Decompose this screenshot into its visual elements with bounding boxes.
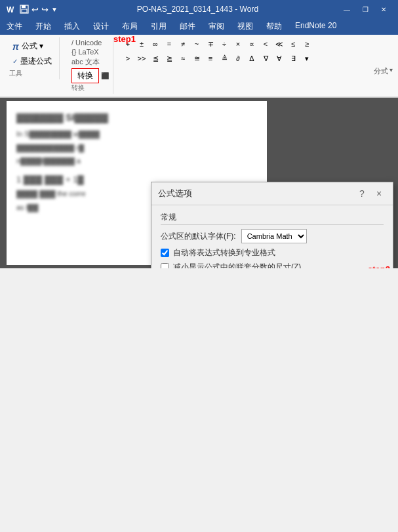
sym-notequal[interactable]: ≠ [176,37,189,51]
sym-partial[interactable]: ∂ [231,52,245,65]
sym-equiv[interactable]: ≡ [204,52,217,65]
auto-convert-checkbox-row: 自动将表达式转换到专业格式 [161,247,384,258]
sym-delta[interactable]: Δ [245,52,258,65]
formula-button[interactable]: π 公式 ▾ [9,39,47,54]
sym-tilde[interactable]: ~ [190,37,203,51]
default-font-select[interactable]: Cambria Math [241,229,307,243]
latex-option[interactable]: {} LaTeX [71,48,99,56]
sym-plusminus[interactable]: ± [135,37,148,51]
sym-times[interactable]: × [231,37,245,51]
ribbon: 文件 开始 插入 设计 布局 引用 邮件 审阅 视图 帮助 EndNote 20… [0,18,398,98]
dialog-close-button[interactable]: × [372,186,386,201]
tab-insert[interactable]: 插入 [58,18,87,35]
sym-approx[interactable]: ≈ [176,52,189,65]
sym-lte[interactable]: ≤ [287,37,300,51]
minimize-button[interactable]: — [338,0,356,18]
dialog-title-text: 公式选项 [158,188,192,199]
pi-icon: π [12,41,19,52]
quick-access-more[interactable]: ▼ [51,6,58,13]
step2-annotation: step2 [368,264,390,268]
check-icon: ✓ [12,58,18,65]
reduce-nested-checkbox-row: 减小显示公式中的联套分数的尺寸(Z) [161,262,384,268]
expand-icon[interactable]: ⬛ [101,72,109,79]
auto-convert-checkbox[interactable] [161,249,169,257]
tab-review[interactable]: 审阅 [202,18,231,35]
sym-cong[interactable]: ≅ [190,52,203,65]
save-icon[interactable] [20,5,29,14]
tab-layout[interactable]: 布局 [115,18,144,35]
window-title: PO-NAS_2021_0314_1443 - Word [58,5,338,14]
document-area: ▓▓▓▓▓▓▓ SI▓▓▓▓▓ In S▓▓▓▓▓▓▓▓ w▓▓▓▓ ▓▓▓▓▓… [0,98,398,268]
dialog-title-buttons: ? × [355,186,386,201]
tab-home[interactable]: 开始 [29,18,58,35]
reduce-nested-label: 减小显示公式中的联套分数的尺寸(Z) [173,262,301,268]
formula-label: 公式 ▾ [22,41,43,52]
sym-leq[interactable]: ≦ [149,52,162,65]
undo-icon[interactable]: ↩ [31,5,39,14]
ribbon-group-formula: π 公式 ▾ ✓ 墨迹公式 工具 [5,37,60,79]
sym-lt[interactable]: < [259,37,272,51]
unicode-option[interactable]: / Unicode [71,39,102,47]
tool-group-label: 工具 [9,69,22,78]
sym-minusplus[interactable]: ∓ [204,37,217,51]
restore-button[interactable]: ❐ [356,0,374,18]
dialog-overlay: 公式选项 ? × 常规 公式区的默认字体(F): Cambria Math [0,98,398,268]
auto-convert-label: 自动将表达式转换到专业格式 [173,247,275,258]
convert-btn-row: 转换 ⬛ [71,68,109,83]
dialog-body: 常规 公式区的默认字体(F): Cambria Math 自动将表达式转换到专业… [151,205,393,268]
general-section-header: 常规 [161,212,384,225]
ink-formula-button[interactable]: ✓ 墨迹公式 [9,54,55,69]
sym-def[interactable]: ≜ [218,52,231,65]
sym-gt[interactable]: > [121,52,134,65]
ribbon-group-convert: / Unicode {} LaTeX abc 文本 转换 ⬛ 转换 step1 [68,37,113,94]
sym-much-gt2[interactable]: >> [135,52,148,65]
ink-formula-label: 墨迹公式 [20,56,52,67]
default-font-row: 公式区的默认字体(F): Cambria Math [161,229,384,243]
sym-infinity[interactable]: ∞ [149,37,162,51]
convert-button[interactable]: 转换 [71,68,99,83]
word-icon: W [5,4,16,14]
tab-mailings[interactable]: 邮件 [173,18,202,35]
fractions-label: 分式 [374,66,388,76]
default-font-label: 公式区的默认字体(F): [161,231,236,242]
sym-more[interactable]: ▾ [300,52,313,65]
convert-group-label: 转换 [71,83,85,92]
step1-annotation: step1 [113,34,136,44]
sym-geq[interactable]: ≧ [163,52,176,65]
ribbon-content: π 公式 ▾ ✓ 墨迹公式 工具 / Unicode {} LaTeX abc … [0,35,398,97]
sym-exists[interactable]: ∃ [287,52,300,65]
dialog-help-button[interactable]: ? [355,186,369,201]
text-option[interactable]: abc 文本 [71,57,100,67]
svg-rect-3 [22,5,26,8]
reduce-nested-checkbox[interactable] [161,263,169,268]
svg-text:W: W [7,5,14,14]
sym-equals[interactable]: = [163,37,176,51]
title-bar: W ↩ ↪ ▼ PO-NAS_2021_0314_1443 - Word — ❐… [0,0,398,18]
redo-icon[interactable]: ↪ [41,5,49,14]
close-button[interactable]: ✕ [374,0,393,18]
sym-gte[interactable]: ≥ [300,37,313,51]
tab-file[interactable]: 文件 [0,18,29,35]
sym-much-gt[interactable]: ≪ [273,37,286,51]
tab-design[interactable]: 设计 [87,18,115,35]
sym-nabla[interactable]: ∇ [259,52,272,65]
tab-help[interactable]: 帮助 [260,18,289,35]
ribbon-tab-bar: 文件 开始 插入 设计 布局 引用 邮件 审阅 视图 帮助 EndNote 20 [0,18,398,35]
formula-options-dialog: 公式选项 ? × 常规 公式区的默认字体(F): Cambria Math [151,182,393,268]
tab-endnote[interactable]: EndNote 20 [289,18,343,35]
sym-divide[interactable]: ÷ [218,37,231,51]
dialog-title-bar: 公式选项 ? × [151,182,393,205]
sym-propto[interactable]: ∝ [245,37,258,51]
fraction-icon[interactable]: ▾ [389,66,393,76]
sym-forall[interactable]: ∀ [273,52,286,65]
symbols-area: + ± ∞ = ≠ ~ ∓ ÷ × ∝ < ≪ ≤ ≥ > >> ≦ ≧ ≈ [121,37,393,76]
svg-rect-4 [22,9,27,12]
tab-view[interactable]: 视图 [231,18,260,35]
tab-references[interactable]: 引用 [144,18,173,35]
